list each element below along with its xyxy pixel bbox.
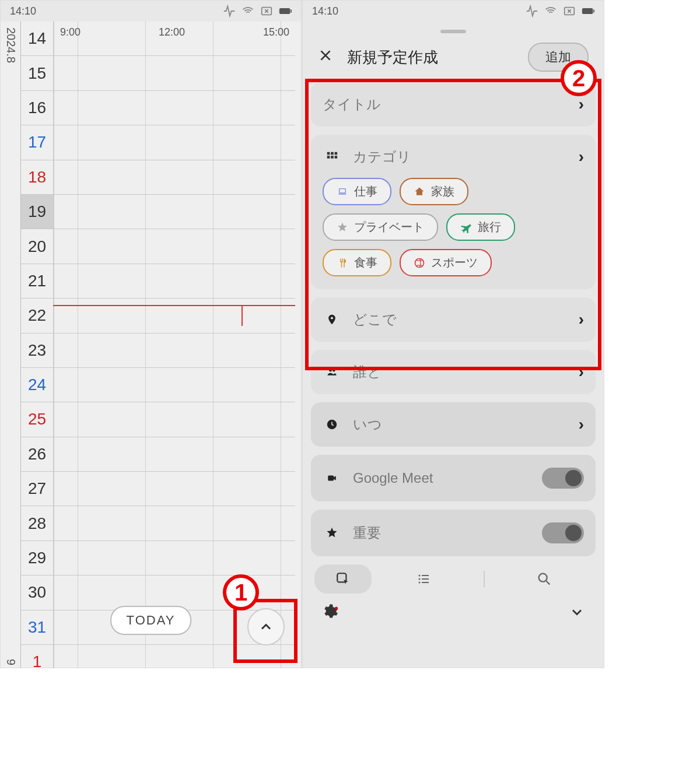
calendar-row[interactable]: 25: [21, 402, 295, 437]
close-box-icon: [260, 5, 273, 17]
calendar-grid[interactable]: 1415161718192021222324252627282930311: [20, 22, 295, 668]
calendar-row[interactable]: 27: [21, 472, 295, 506]
day-number[interactable]: 21: [21, 264, 54, 298]
day-cells[interactable]: [54, 125, 295, 159]
svg-rect-24: [422, 578, 429, 580]
svg-rect-26: [422, 582, 429, 583]
calendar-row[interactable]: 22: [21, 299, 295, 333]
calendar-row[interactable]: 17: [21, 125, 295, 160]
day-cells[interactable]: [54, 299, 295, 332]
time-slot: 9:00: [60, 26, 80, 38]
calendar-row[interactable]: 16: [21, 91, 295, 125]
calendar-row[interactable]: 19: [21, 195, 295, 229]
drag-handle[interactable]: [440, 30, 466, 33]
calendar-row[interactable]: 23: [21, 334, 295, 368]
calendar-row[interactable]: 29: [21, 541, 295, 576]
svg-rect-1: [279, 8, 290, 14]
day-number[interactable]: 30: [21, 576, 54, 609]
cursor-icon: [334, 571, 352, 587]
svg-point-25: [419, 582, 421, 584]
day-cells[interactable]: [54, 368, 295, 402]
svg-rect-22: [422, 575, 429, 576]
meet-toggle[interactable]: [542, 468, 584, 489]
day-number[interactable]: 16: [21, 91, 54, 125]
day-number[interactable]: 22: [21, 299, 54, 332]
tab-cursor[interactable]: [314, 564, 372, 594]
day-number[interactable]: 25: [21, 402, 54, 436]
day-cells[interactable]: [54, 402, 295, 436]
search-icon: [536, 571, 552, 587]
status-icons: [526, 5, 594, 17]
calendar-row[interactable]: 24: [21, 368, 295, 402]
day-cells[interactable]: [54, 541, 295, 575]
wifi-icon: [242, 5, 254, 17]
collapse-button[interactable]: [569, 604, 585, 623]
sheet-title: 新規予定作成: [347, 47, 528, 68]
day-cells[interactable]: [54, 506, 295, 540]
battery-icon: [279, 5, 292, 17]
when-row[interactable]: いつ ›: [311, 402, 596, 447]
when-label: いつ: [353, 415, 567, 434]
annotation-marker-2: 2: [561, 60, 597, 96]
day-cells[interactable]: [54, 56, 295, 90]
next-month-label: 9: [4, 659, 18, 665]
calendar-row[interactable]: 28: [21, 506, 295, 541]
day-cells[interactable]: [54, 264, 295, 298]
annotation-box-2: [305, 79, 601, 370]
day-number[interactable]: 29: [21, 541, 54, 575]
important-row: 重要: [311, 510, 596, 556]
svg-point-21: [419, 575, 421, 577]
day-cells[interactable]: [54, 334, 295, 367]
wifi-icon: [544, 5, 557, 17]
clock-icon: [323, 418, 341, 431]
day-number[interactable]: 17: [21, 125, 54, 159]
svg-rect-5: [593, 9, 594, 12]
status-icons: [223, 5, 292, 17]
month-label: 2024.8: [4, 27, 18, 63]
close-button[interactable]: [318, 48, 333, 67]
day-number[interactable]: 18: [21, 160, 54, 194]
today-button[interactable]: TODAY: [110, 606, 192, 635]
day-cells[interactable]: [54, 437, 295, 471]
chevron-down-icon: [569, 604, 585, 620]
day-number[interactable]: 28: [21, 506, 54, 540]
settings-button[interactable]: •: [321, 603, 343, 623]
svg-point-27: [539, 574, 547, 582]
day-number[interactable]: 26: [21, 437, 54, 471]
status-bar: 14:10: [1, 1, 301, 22]
list-icon: [415, 572, 433, 586]
calendar-row[interactable]: 18: [21, 160, 295, 195]
activity-icon: [526, 5, 538, 17]
important-toggle[interactable]: [542, 522, 584, 543]
day-number[interactable]: 23: [21, 334, 54, 367]
svg-rect-19: [328, 476, 334, 481]
annotation-marker-1: 1: [223, 574, 259, 610]
close-box-icon: [563, 5, 576, 17]
divider: [484, 571, 485, 587]
day-number[interactable]: 20: [21, 229, 54, 263]
calendar-row[interactable]: 15: [21, 56, 295, 90]
day-number[interactable]: 1: [21, 645, 54, 668]
day-number[interactable]: 31: [21, 610, 54, 644]
svg-rect-2: [290, 9, 292, 12]
status-time: 14:10: [10, 5, 36, 17]
day-number[interactable]: 14: [21, 22, 54, 55]
day-cells[interactable]: [54, 472, 295, 506]
tab-search[interactable]: [496, 571, 592, 587]
day-number[interactable]: 27: [21, 472, 54, 506]
day-cells[interactable]: [54, 91, 295, 125]
day-number[interactable]: 15: [21, 56, 54, 90]
calendar-row[interactable]: 20: [21, 229, 295, 264]
tab-list[interactable]: [376, 572, 472, 586]
day-number[interactable]: 24: [21, 368, 54, 402]
day-cells[interactable]: [54, 160, 295, 194]
time-slot: 12:00: [159, 26, 185, 38]
day-number[interactable]: 19: [21, 195, 54, 229]
calendar-row[interactable]: 21: [21, 264, 295, 299]
battery-icon: [582, 5, 594, 17]
day-cells[interactable]: [54, 195, 295, 229]
svg-point-23: [419, 578, 421, 580]
calendar-row[interactable]: 26: [21, 437, 295, 472]
day-cells[interactable]: [54, 229, 295, 263]
meet-label: Google Meet: [353, 470, 530, 486]
